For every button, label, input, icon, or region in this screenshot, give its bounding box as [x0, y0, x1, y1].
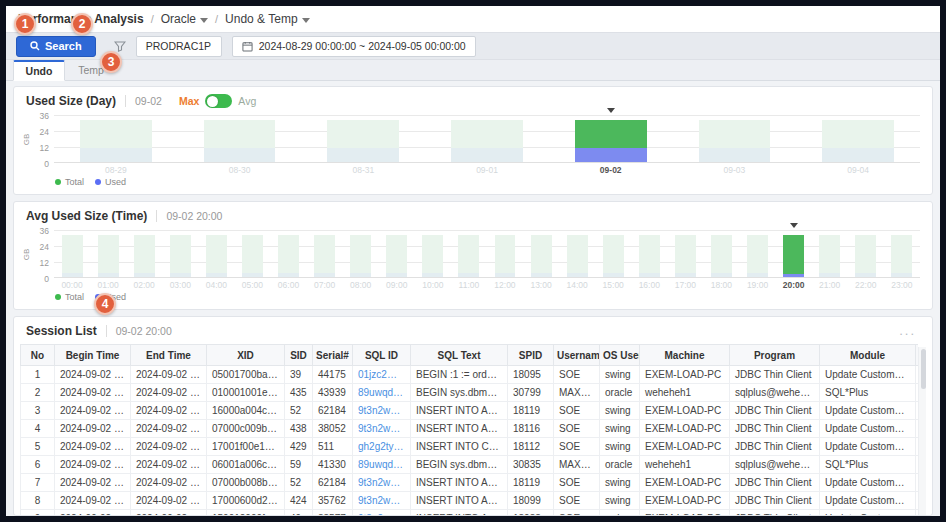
bar-08-29[interactable]	[54, 115, 178, 162]
bar-17:00[interactable]	[667, 230, 703, 277]
toggle-max-label[interactable]: Max	[179, 95, 199, 107]
bar-11:00[interactable]	[451, 230, 487, 277]
bar-01:00[interactable]	[90, 230, 126, 277]
cell: 438	[285, 420, 313, 438]
bar-09:00[interactable]	[379, 230, 415, 277]
cell[interactable]: 9t3n2wpr7my63	[353, 510, 411, 516]
bar-series	[54, 230, 920, 277]
bar-09-03[interactable]	[673, 115, 797, 162]
bar-14:00[interactable]	[559, 230, 595, 277]
cell[interactable]: 9t3n2wpr7my63	[353, 402, 411, 420]
column-header-serial-[interactable]: Serial#	[313, 345, 353, 366]
table-row[interactable]: 32024-09-02 20:55:452024-09-02 20:55:451…	[21, 402, 919, 420]
cell: 18112	[508, 438, 554, 456]
column-header-sql-text[interactable]: SQL Text	[411, 345, 508, 366]
breadcrumb-item-oracle[interactable]: Oracle	[161, 12, 208, 26]
bar-08-31[interactable]	[301, 115, 425, 162]
legend-item-total[interactable]: Total	[55, 177, 84, 187]
filter-funnel-icon[interactable]	[114, 40, 126, 52]
toggle-avg-label[interactable]: Avg	[238, 95, 256, 107]
x-label: 09-04	[796, 165, 920, 175]
column-header-sql-id[interactable]: SQL ID	[353, 345, 411, 366]
column-header-spid[interactable]: SPID	[508, 345, 554, 366]
tab-undo[interactable]: Undo	[13, 60, 65, 81]
x-label: 19:00	[739, 280, 775, 290]
bar-09-04[interactable]	[796, 115, 920, 162]
cell: 435	[285, 384, 313, 402]
table-vertical-scrollbar[interactable]	[918, 347, 926, 515]
bar-05:00[interactable]	[234, 230, 270, 277]
stacked-bar	[98, 230, 119, 277]
table-row[interactable]: 82024-09-02 20:34:002024-09-02 20:34:001…	[21, 492, 919, 510]
bar-12:00[interactable]	[487, 230, 523, 277]
bar-19:00[interactable]	[739, 230, 775, 277]
breadcrumb-item-undo-temp[interactable]: Undo & Temp	[225, 12, 310, 26]
cell: INSERT INTO ADDRESSES ( A...	[411, 492, 508, 510]
bar-02:00[interactable]	[126, 230, 162, 277]
bar-10:00[interactable]	[415, 230, 451, 277]
table-row[interactable]: 62024-09-02 20:10:152024-09-02 20:15:050…	[21, 456, 919, 474]
legend-item-total[interactable]: Total	[55, 292, 84, 302]
bar-03:00[interactable]	[162, 230, 198, 277]
app-root: 1 2 3 4 Performance Analysis / Oracle / …	[6, 6, 940, 516]
cell[interactable]: 01jzc2mg6cg92	[353, 366, 411, 384]
column-header-os-user[interactable]: OS User	[600, 345, 640, 366]
instance-select[interactable]: PRODRAC1P	[136, 36, 222, 57]
cell[interactable]: 89uwqdwf34sf6	[353, 384, 411, 402]
table-row[interactable]: 22024-09-02 20:10:102024-09-02 20:15:000…	[21, 384, 919, 402]
chart-subtitle: 09-02	[125, 95, 162, 107]
cell: 18119	[508, 474, 554, 492]
bar-16:00[interactable]	[631, 230, 667, 277]
column-header-machine[interactable]: Machine	[640, 345, 730, 366]
max-avg-switch[interactable]	[205, 94, 232, 108]
bar-21:00[interactable]	[812, 230, 848, 277]
bar-18:00[interactable]	[703, 230, 739, 277]
table-row[interactable]: 92024-09-02 20:08:502024-09-02 20:08:501…	[21, 510, 919, 516]
cell: 49	[285, 510, 313, 516]
column-header-username[interactable]: Username	[554, 345, 600, 366]
cell: 2024-09-02 20:55:45	[131, 402, 207, 420]
bar-07:00[interactable]	[307, 230, 343, 277]
cell[interactable]: 9t3n2wpr7my63	[353, 474, 411, 492]
column-header-no[interactable]: No	[21, 345, 55, 366]
stacked-bar	[819, 230, 840, 277]
column-header-begin-time[interactable]: Begin Time	[55, 345, 131, 366]
cell: SOE	[554, 492, 600, 510]
table-row[interactable]: 52024-09-02 20:37:152024-09-02 20:37:151…	[21, 438, 919, 456]
search-button[interactable]: Search	[16, 36, 96, 57]
cell[interactable]: 9t3n2wpr7my63	[353, 420, 411, 438]
column-header-end-time[interactable]: End Time	[131, 345, 207, 366]
column-header-module[interactable]: Module	[820, 345, 916, 366]
x-label: 06:00	[270, 280, 306, 290]
table-row[interactable]: 72024-09-02 20:09:202024-09-02 20:09:200…	[21, 474, 919, 492]
cell: 52	[285, 474, 313, 492]
bar-09-02[interactable]	[549, 115, 673, 162]
cell[interactable]: gh2g2tynpcpv1	[353, 438, 411, 456]
bar-00:00[interactable]	[54, 230, 90, 277]
date-range-picker[interactable]: 2024-08-29 00:00:00 ~ 2024-09-05 00:00:0…	[232, 36, 476, 57]
scrollbar-thumb[interactable]	[921, 349, 926, 389]
bar-15:00[interactable]	[595, 230, 631, 277]
bar-23:00[interactable]	[884, 230, 920, 277]
bar-06:00[interactable]	[270, 230, 306, 277]
cell: EXEM-LOAD-PC	[640, 474, 730, 492]
table-row[interactable]: 42024-09-02 20:50:202024-09-02 20:50:200…	[21, 420, 919, 438]
cell: oracle	[600, 384, 640, 402]
bar-22:00[interactable]	[848, 230, 884, 277]
bar-04:00[interactable]	[198, 230, 234, 277]
bar-08-30[interactable]	[178, 115, 302, 162]
more-options-icon[interactable]: ...	[899, 328, 920, 334]
legend-dot-icon	[95, 179, 101, 185]
bar-13:00[interactable]	[523, 230, 559, 277]
bar-08:00[interactable]	[343, 230, 379, 277]
bar-09-01[interactable]	[425, 115, 549, 162]
cell[interactable]: 9t3n2wpr7my63	[353, 492, 411, 510]
column-header-sid[interactable]: SID	[285, 345, 313, 366]
table-row[interactable]: 12024-09-02 20:13:552024-09-02 20:13:550…	[21, 366, 919, 384]
legend-item-used[interactable]: Used	[95, 177, 126, 187]
column-header-xid[interactable]: XID	[207, 345, 285, 366]
cell: BEGIN sys.dbms_lock.sleep(3...	[411, 384, 508, 402]
cell[interactable]: 89uwqdwf34sf6	[353, 456, 411, 474]
bar-20:00[interactable]	[776, 230, 812, 277]
column-header-program[interactable]: Program	[730, 345, 820, 366]
